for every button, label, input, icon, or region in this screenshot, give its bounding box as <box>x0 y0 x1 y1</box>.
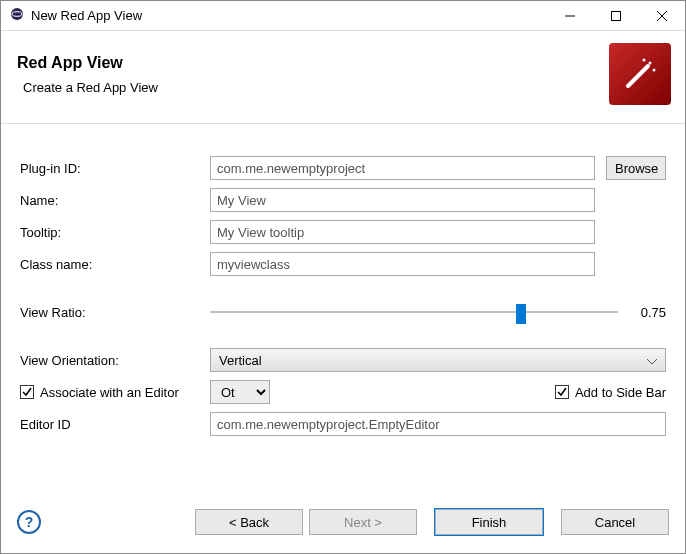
window-titlebar: New Red App View <box>1 1 685 31</box>
page-subtitle: Create a Red App View <box>17 80 609 95</box>
window-title: New Red App View <box>31 8 547 23</box>
tooltip-field[interactable] <box>210 220 595 244</box>
page-title: Red App View <box>17 54 609 72</box>
browse-button[interactable]: Browse <box>606 156 666 180</box>
checkbox-icon <box>555 385 569 399</box>
associate-editor-label: Associate with an Editor <box>40 385 179 400</box>
associate-kind-dropdown[interactable]: Other <box>210 380 270 404</box>
tooltip-label: Tooltip: <box>17 216 207 248</box>
back-button[interactable]: < Back <box>195 509 303 535</box>
minimize-button[interactable] <box>547 1 593 31</box>
editor-id-label: Editor ID <box>17 408 207 440</box>
view-ratio-slider[interactable] <box>210 302 618 322</box>
view-ratio-value: 0.75 <box>632 305 666 320</box>
svg-point-9 <box>643 59 646 62</box>
close-button[interactable] <box>639 1 685 31</box>
view-orientation-dropdown[interactable]: Vertical <box>210 348 666 372</box>
svg-point-8 <box>653 69 656 72</box>
view-ratio-label: View Ratio: <box>17 298 207 326</box>
view-orientation-value: Vertical <box>219 353 262 368</box>
view-orientation-label: View Orientation: <box>17 344 207 376</box>
classname-field[interactable] <box>210 252 595 276</box>
help-button[interactable]: ? <box>17 510 41 534</box>
add-sidebar-label: Add to Side Bar <box>575 385 666 400</box>
chevron-down-icon <box>647 353 657 368</box>
add-sidebar-checkbox[interactable]: Add to Side Bar <box>555 385 666 400</box>
svg-line-6 <box>628 66 648 86</box>
svg-rect-3 <box>612 11 621 20</box>
associate-editor-checkbox[interactable]: Associate with an Editor <box>20 385 204 400</box>
name-field[interactable] <box>210 188 595 212</box>
wizard-banner-icon <box>609 43 671 105</box>
svg-point-0 <box>11 8 23 20</box>
finish-button[interactable]: Finish <box>435 509 543 535</box>
maximize-button[interactable] <box>593 1 639 31</box>
wizard-form: Plug-in ID: Browse Name: Tooltip: Class … <box>1 124 685 497</box>
cancel-button[interactable]: Cancel <box>561 509 669 535</box>
svg-point-7 <box>649 62 652 65</box>
eclipse-icon <box>9 6 25 25</box>
plugin-id-field[interactable] <box>210 156 595 180</box>
name-label: Name: <box>17 184 207 216</box>
editor-id-field[interactable] <box>210 412 666 436</box>
wizard-header: Red App View Create a Red App View <box>1 31 685 124</box>
next-button[interactable]: Next > <box>309 509 417 535</box>
classname-label: Class name: <box>17 248 207 280</box>
checkbox-icon <box>20 385 34 399</box>
wizard-button-bar: ? < Back Next > Finish Cancel <box>1 497 685 553</box>
plugin-id-label: Plug-in ID: <box>17 152 207 184</box>
